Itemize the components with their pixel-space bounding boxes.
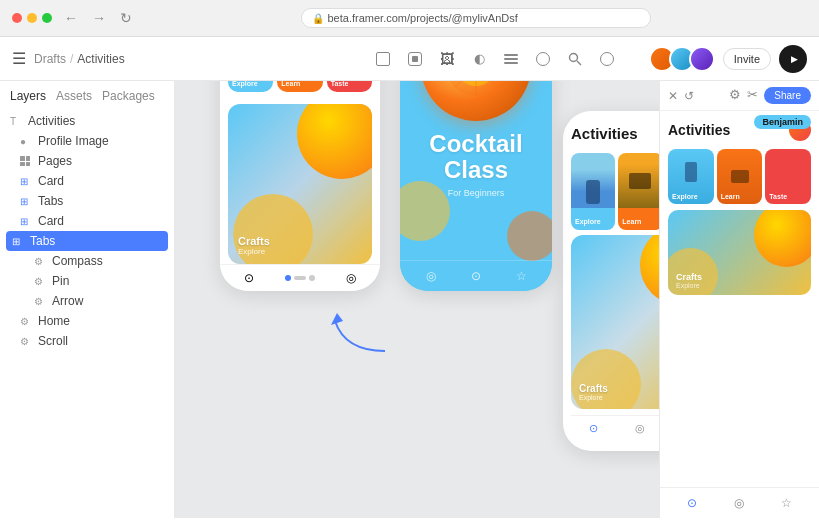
phone-left-cards: Explore Learn (220, 81, 380, 98)
learn-card: Learn (277, 81, 322, 92)
app-toolbar: ☰ Drafts / Activities 🖼 ◐ Invite (0, 37, 819, 81)
tree-item-tabs-active[interactable]: ⊞ Tabs (6, 231, 168, 251)
share-button[interactable]: Share (764, 87, 811, 104)
panel-card-learn: Learn (717, 149, 763, 204)
tree-item-pages[interactable]: Pages (0, 151, 174, 171)
taste-card: Taste (327, 81, 372, 92)
tree-label-activities: Activities (28, 114, 75, 128)
tree-item-compass[interactable]: ⚙ Compass (0, 251, 174, 271)
circle-icon: ● (20, 136, 34, 147)
taste-label: Taste (331, 81, 349, 87)
preview-play-button[interactable] (779, 45, 807, 73)
crafts-label: Crafts Explore (238, 235, 270, 256)
home-icon: ⊙ (244, 271, 254, 285)
panel-settings-icon[interactable]: ⚙ (729, 87, 741, 104)
r-crafts-sub: Explore (579, 394, 608, 401)
address-bar[interactable]: 🔒 beta.framer.com/projects/@mylivAnDsf (301, 8, 651, 28)
browser-toolbar: ← → ↻ 🔒 beta.framer.com/projects/@mylivA… (0, 0, 819, 36)
panel-bottom-icon-1: ⊙ (687, 496, 697, 510)
cocktail-title: CocktailClass (429, 131, 522, 184)
record-tool[interactable] (595, 47, 619, 71)
crafts-card: Crafts Explore (228, 104, 372, 264)
tree-item-arrow[interactable]: ⚙ Arrow (0, 291, 174, 311)
panel-bottom-icon-2: ◎ (734, 496, 744, 510)
panel-explore-label: Explore (672, 193, 698, 200)
tree-item-activities[interactable]: T Activities (0, 111, 174, 131)
toolbar-icons: 🖼 ◐ (341, 47, 648, 71)
tab-packages[interactable]: Packages (102, 89, 155, 103)
setting-icon-home: ⚙ (20, 316, 34, 327)
minimize-dot[interactable] (27, 13, 37, 23)
panel-crafts-title: Crafts (676, 272, 702, 282)
panel-cut-icon[interactable]: ✂ (747, 87, 758, 104)
avatar-tool[interactable] (531, 47, 555, 71)
gradient-tool[interactable]: ◐ (467, 47, 491, 71)
toolbar-right: Invite (649, 45, 807, 73)
maximize-dot[interactable] (42, 13, 52, 23)
tree-item-home[interactable]: ⚙ Home (0, 311, 174, 331)
phone-right-bottom: ⊙ ◎ ☆ (571, 415, 659, 441)
tree-item-pin[interactable]: ⚙ Pin (0, 271, 174, 291)
lock-icon: 🔒 (312, 13, 324, 24)
tab-assets[interactable]: Assets (56, 89, 92, 103)
back-button[interactable]: ← (60, 8, 82, 28)
phone-right-cards: Explore Learn Taste (571, 153, 659, 230)
reload-button[interactable]: ↻ (116, 8, 136, 28)
browser-nav: ← → ↻ (60, 8, 136, 28)
bell-icon: ◎ (346, 271, 356, 285)
frame-tool[interactable] (371, 47, 395, 71)
learn-label: Learn (281, 81, 300, 87)
r-crafts-title: Crafts (579, 383, 608, 394)
tree-item-card[interactable]: ⊞ Card (0, 171, 174, 191)
tree-label-home: Home (38, 314, 70, 328)
tree-item-profile-image[interactable]: ● Profile Image (0, 131, 174, 151)
tree-label-card: Card (38, 174, 64, 188)
grid-blue-icon-2: ⊞ (20, 196, 34, 207)
grid-blue-icon-3: ⊞ (20, 216, 34, 227)
right-panel: ✕ ↺ ⚙ ✂ Share Benjamin Activities (659, 81, 819, 518)
tree-label-tabs: Tabs (38, 194, 63, 208)
tree-label-profile-image: Profile Image (38, 134, 109, 148)
search-tool[interactable] (563, 47, 587, 71)
phone-right-crafts: Crafts Explore (571, 235, 659, 409)
tree-item-scroll[interactable]: ⚙ Scroll (0, 331, 174, 351)
tree-item-card2[interactable]: ⊞ Card (0, 211, 174, 231)
tree-label-arrow: Arrow (52, 294, 83, 308)
breadcrumb-separator: / (70, 52, 73, 66)
crafts-title: Crafts (238, 235, 270, 247)
browser-chrome: ← → ↻ 🔒 beta.framer.com/projects/@mylivA… (0, 0, 819, 37)
avatar-group (649, 46, 715, 72)
setting-icon-scroll: ⚙ (20, 336, 34, 347)
image-tool[interactable]: 🖼 (435, 47, 459, 71)
panel-title: Activities (668, 122, 730, 138)
forward-button[interactable]: → (88, 8, 110, 28)
breadcrumb-parent[interactable]: Drafts (34, 52, 66, 66)
phone-center: + ⊙ CocktailCla (400, 81, 552, 291)
svg-marker-2 (331, 313, 343, 325)
tree-label-compass: Compass (52, 254, 103, 268)
hamburger-icon[interactable]: ☰ (12, 49, 26, 68)
close-dot[interactable] (12, 13, 22, 23)
phone-right-title: Activities (571, 125, 638, 142)
invite-button[interactable]: Invite (723, 48, 771, 70)
panel-refresh-icon[interactable]: ↺ (684, 89, 694, 103)
component-tool[interactable] (403, 47, 427, 71)
svg-line-1 (577, 61, 581, 65)
layout-tool[interactable] (499, 47, 523, 71)
tree-label-pages: Pages (38, 154, 72, 168)
r-explore-label: Explore (575, 218, 601, 225)
explore-label: Explore (232, 81, 258, 87)
text-icon: T (10, 116, 24, 127)
panel-close-icon[interactable]: ✕ (668, 89, 678, 103)
browser-dots (12, 13, 52, 23)
panel-preview: Activities Explore Learn (660, 111, 819, 487)
tree-item-tabs[interactable]: ⊞ Tabs (0, 191, 174, 211)
phone-left: Activities Explore (220, 81, 380, 291)
svg-point-0 (570, 53, 578, 61)
tab-layers[interactable]: Layers (10, 89, 46, 103)
url-text: beta.framer.com/projects/@mylivAnDsf (328, 12, 518, 24)
panel-close-icons: ✕ ↺ (668, 89, 694, 103)
setting-icon-pin: ⚙ (34, 276, 48, 287)
benjamin-tooltip: Benjamin (754, 115, 811, 129)
tree-label-card2: Card (38, 214, 64, 228)
